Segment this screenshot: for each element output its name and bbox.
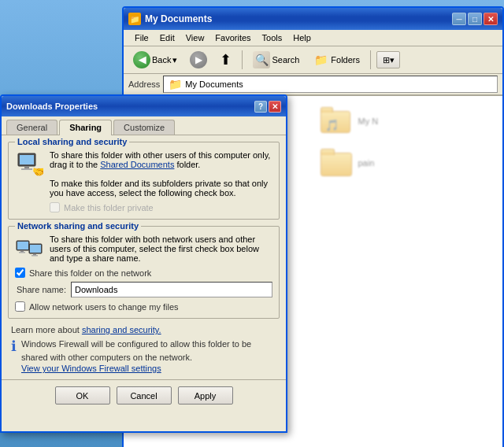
local-sharing-group: Local sharing and security 🤝 To share th… xyxy=(8,142,280,220)
address-path: My Documents xyxy=(185,79,243,89)
dialog-tab-bar: General Sharing Customize xyxy=(2,116,286,135)
share-name-input[interactable] xyxy=(71,282,272,297)
svg-rect-12 xyxy=(32,255,38,257)
explorer-menu-bar: File Edit View Favorites Tools Help xyxy=(124,30,502,46)
cancel-button[interactable]: Cancel xyxy=(117,386,172,405)
downloads-properties-dialog: Downloads Properties ? ✕ General Sharing… xyxy=(0,94,287,433)
sharing-security-link[interactable]: sharing and security. xyxy=(82,325,161,334)
allow-changes-label: Allow network users to change my files xyxy=(29,302,179,312)
music-label: My N xyxy=(358,116,379,126)
dialog-titlebar: Downloads Properties ? ✕ xyxy=(2,96,286,116)
dialog-help-button[interactable]: ? xyxy=(254,101,267,113)
tab-customize[interactable]: Customize xyxy=(113,120,175,135)
make-private-checkbox[interactable] xyxy=(50,202,60,212)
make-private-row: Make this folder private xyxy=(15,202,272,212)
local-sharing-icon: 🤝 xyxy=(15,150,43,179)
folders-icon: 📁 xyxy=(312,51,329,68)
svg-rect-6 xyxy=(17,242,28,249)
dialog-title: Downloads Properties xyxy=(6,102,254,111)
allow-changes-row: Allow network users to change my files xyxy=(15,301,272,312)
svg-text:🤝: 🤝 xyxy=(32,165,43,179)
back-icon: ◀ xyxy=(133,51,150,68)
menu-edit[interactable]: Edit xyxy=(155,31,180,44)
maximize-button[interactable]: □ xyxy=(468,13,482,25)
local-sharing-text2: folder. xyxy=(176,160,200,169)
back-button[interactable]: ◀ Back ▾ xyxy=(128,49,182,71)
menu-favorites[interactable]: Favorites xyxy=(210,31,255,44)
local-sharing-text: To share this folder with other users of… xyxy=(50,150,272,198)
local-sharing-text3: To make this folder and its subfolders p… xyxy=(50,179,268,198)
share-name-label: Share name: xyxy=(17,285,66,294)
learn-more-row: Learn more about sharing and security. xyxy=(8,325,280,334)
explorer-address-bar: Address 📁 My Documents xyxy=(124,74,502,96)
svg-rect-8 xyxy=(19,252,25,253)
menu-tools[interactable]: Tools xyxy=(258,31,287,44)
address-folder-icon: 📁 xyxy=(169,78,182,91)
menu-view[interactable]: View xyxy=(181,31,209,44)
search-button[interactable]: 🔍 Search xyxy=(248,49,304,71)
back-label: Back xyxy=(152,55,171,65)
network-sharing-label: Network sharing and security xyxy=(15,221,141,231)
svg-rect-11 xyxy=(33,253,36,255)
toolbar-separator-1 xyxy=(242,50,243,69)
explorer-toolbar: ◀ Back ▾ ▶ ⬆ 🔍 Search 📁 Folders ⊞▾ xyxy=(124,46,502,74)
network-sharing-text-block: To share this folder with both network u… xyxy=(50,235,272,263)
svg-rect-1 xyxy=(20,155,34,164)
dialog-title-buttons: ? ✕ xyxy=(254,101,281,113)
allow-changes-checkbox[interactable] xyxy=(15,301,25,312)
svg-rect-3 xyxy=(21,168,32,170)
minimize-button[interactable]: ─ xyxy=(452,13,466,25)
local-sharing-label: Local sharing and security xyxy=(15,137,129,146)
network-sharing-text1: To share this folder with both network u… xyxy=(50,235,259,263)
share-name-row: Share name: xyxy=(15,282,272,297)
dialog-button-row: OK Cancel Apply xyxy=(2,379,286,411)
close-window-button[interactable]: ✕ xyxy=(484,13,498,25)
address-input[interactable]: 📁 My Documents xyxy=(163,76,498,93)
svg-rect-2 xyxy=(24,166,29,168)
search-label: Search xyxy=(272,55,299,65)
music-folder-icon: 🎵 xyxy=(321,107,352,135)
folders-label: Folders xyxy=(331,55,360,65)
explorer-window-title: My Documents xyxy=(145,13,452,24)
network-sharing-icon xyxy=(15,235,43,263)
back-dropdown-icon: ▾ xyxy=(172,55,177,65)
shared-documents-link[interactable]: Shared Documents xyxy=(100,160,174,169)
explorer-titlebar: 📁 My Documents ─ □ ✕ xyxy=(124,8,502,30)
menu-help[interactable]: Help xyxy=(288,31,316,44)
address-label: Address xyxy=(128,79,160,89)
up-button[interactable]: ⬆ xyxy=(215,49,236,71)
firewall-text-block: Windows Firewall will be configured to a… xyxy=(21,338,276,373)
svg-rect-7 xyxy=(20,250,24,252)
tab-general[interactable]: General xyxy=(6,120,57,135)
menu-file[interactable]: File xyxy=(130,31,154,44)
network-sharing-group: Network sharing and security xyxy=(8,226,280,319)
list-item[interactable]: 🎵 My N xyxy=(317,104,495,138)
tab-sharing[interactable]: Sharing xyxy=(59,120,112,135)
list-item[interactable]: pain xyxy=(317,146,495,179)
info-icon: ℹ xyxy=(11,338,17,355)
make-private-label: Make this folder private xyxy=(64,203,154,212)
ok-button[interactable]: OK xyxy=(55,386,110,405)
folders-button[interactable]: 📁 Folders xyxy=(307,49,365,71)
network-computers-icon xyxy=(15,235,43,263)
apply-button[interactable]: Apply xyxy=(178,386,233,405)
share-network-row: Share this folder on the network xyxy=(15,268,272,278)
learn-more-text: Learn more about xyxy=(11,325,80,334)
share-network-label: Share this folder on the network xyxy=(29,268,151,278)
network-sharing-content: To share this folder with both network u… xyxy=(15,235,272,263)
explorer-window-icon: 📁 xyxy=(128,13,141,25)
dialog-content: Local sharing and security 🤝 To share th… xyxy=(2,135,286,379)
explorer-window-controls: ─ □ ✕ xyxy=(452,13,498,25)
search-icon: 🔍 xyxy=(253,51,270,68)
firewall-info-block: ℹ Windows Firewall will be configured to… xyxy=(8,338,280,373)
views-button[interactable]: ⊞▾ xyxy=(376,51,400,68)
local-sharing-content: 🤝 To share this folder with other users … xyxy=(15,150,272,198)
forward-button[interactable]: ▶ xyxy=(185,49,212,71)
dialog-close-button[interactable]: ✕ xyxy=(269,101,281,113)
paint-folder-icon xyxy=(321,149,352,176)
paint-label: pain xyxy=(358,158,375,168)
firewall-settings-link[interactable]: View your Windows Firewall settings xyxy=(21,364,161,373)
firewall-text: Windows Firewall will be configured to a… xyxy=(21,339,251,362)
toolbar-separator-2 xyxy=(370,50,371,69)
share-network-checkbox[interactable] xyxy=(15,268,25,278)
